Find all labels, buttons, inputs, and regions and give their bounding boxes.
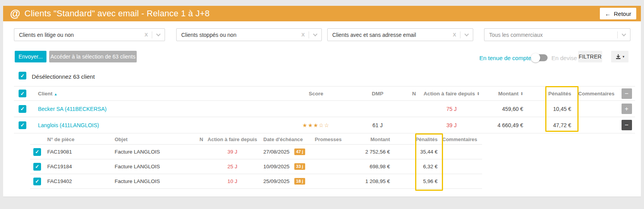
open-selection-button[interactable]: Accéder à la sélection de 63 clients: [49, 51, 137, 62]
montant-column-header[interactable]: Montant ▲▼: [482, 91, 526, 97]
deselect-all-label: Désélectionnez 63 client: [32, 73, 95, 80]
chevron-down-icon[interactable]: [460, 34, 473, 36]
montant-cell: 4 660,49 €: [482, 122, 526, 128]
penalites-cell: 10,45 €: [526, 106, 575, 112]
invoice-row: ✓ FAC19184 Facture LANGLOIS 25 J 10/09/2…: [30, 159, 482, 174]
echeance-cell: 10/09/2025: [263, 164, 290, 169]
objet-cell: Facture LANGLOIS: [112, 164, 196, 169]
client-link[interactable]: Becker SA (411BECKERSA): [38, 106, 106, 112]
select-all-checkbox[interactable]: ✓: [19, 90, 26, 97]
clear-icon[interactable]: X: [297, 32, 309, 38]
filter-commerciaux-select[interactable]: Tous les commerciaux: [484, 28, 630, 41]
client-row-becker: ✓ Becker SA (411BECKERSA) 75 J 459,60 € …: [14, 101, 635, 117]
objet-cell: Facture LANGLOIS: [112, 149, 196, 155]
email-at-icon: @: [10, 9, 20, 19]
filter-litige-select[interactable]: Clients en litige ou non X: [14, 28, 165, 41]
n-column-header: N: [407, 91, 421, 97]
collapse-row-button[interactable]: −: [622, 120, 632, 130]
invoice-row: ✓ FAC19402 Facture LANGLOIS 10 J 25/09/2…: [30, 174, 482, 189]
chevron-down-icon[interactable]: [618, 34, 630, 36]
score-column-header: Score: [283, 91, 349, 97]
sort-asc-icon: ▲: [54, 92, 57, 96]
days-late-badge: 47 j: [294, 149, 305, 155]
montant-cell: 698,98 €: [347, 164, 393, 169]
filter-litige-value: Clients en litige ou non: [14, 32, 141, 38]
echeance-cell: 25/09/2025: [263, 178, 290, 184]
deselect-all-checkbox[interactable]: ✓: [19, 72, 26, 79]
penalites-column-header: Pénalités: [526, 91, 575, 97]
days-late-badge: 18 j: [294, 178, 305, 185]
action-cell: 10 J: [207, 178, 258, 184]
row-checkbox[interactable]: ✓: [33, 148, 41, 156]
back-label: Retour: [614, 10, 631, 17]
action-cell: 75 J: [421, 106, 482, 112]
clear-icon[interactable]: X: [141, 32, 152, 38]
check-icon: ✓: [35, 149, 39, 155]
objet-column-header: Objet: [112, 136, 196, 142]
chevron-down-icon[interactable]: [152, 34, 165, 36]
check-icon: ✓: [21, 106, 25, 112]
topbar: @ Clients "Standard" avec email - Relanc…: [3, 6, 641, 21]
page-title: Clients "Standard" avec email - Relance …: [24, 9, 210, 19]
dmp-column-header: DMP: [349, 91, 407, 97]
currency-mode-label: En devise: [551, 55, 577, 61]
days-late-badge: 33 j: [294, 163, 305, 170]
check-icon: ✓: [35, 178, 39, 184]
check-icon: ✓: [21, 122, 25, 128]
piece-column-header: N° de pièce: [46, 136, 112, 142]
back-button[interactable]: ← Retour: [600, 8, 636, 19]
clear-icon[interactable]: X: [449, 32, 460, 38]
action-cell: 39 J: [207, 149, 258, 155]
action-column-header: Action à faire depuis: [207, 136, 258, 142]
filter-commerciaux-value: Tous les commerciaux: [484, 32, 617, 38]
check-icon: ✓: [21, 73, 25, 79]
account-mode-label: En tenue de compte: [479, 55, 531, 61]
filter-stoppes-select[interactable]: Clients stoppés ou non X: [176, 28, 322, 41]
penalites-cell: 6,32 €: [393, 164, 442, 169]
score-stars: ★★★☆☆: [283, 122, 349, 128]
client-table-header: ✓ Client ▲ Score DMP N Action à faire de…: [14, 86, 635, 101]
filter-button[interactable]: FILTRER: [578, 51, 602, 62]
caret-down-icon: ▾: [623, 55, 625, 59]
invoice-table-header: N° de pièce Objet N Action à faire depui…: [30, 134, 482, 145]
piece-cell: FAC19081: [46, 149, 112, 155]
echeance-column-header: Date d'échéance: [258, 136, 310, 142]
client-column-header[interactable]: Client ▲: [34, 91, 283, 97]
send-button[interactable]: Envoyer...: [15, 51, 46, 62]
penalites-cell: 47,72 €: [526, 122, 575, 128]
piece-cell: FAC19184: [46, 164, 112, 169]
montant-column-header: Montant: [347, 136, 393, 142]
client-link[interactable]: Langlois (411LANGLOIS): [38, 122, 99, 128]
page: @ Clients "Standard" avec email - Relanc…: [0, 0, 644, 209]
montant-header-label: Montant: [498, 91, 519, 97]
penalites-cell: 5,96 €: [393, 178, 442, 184]
action-cell: 39 J: [421, 122, 482, 128]
filter-email-select[interactable]: Clients avec et sans adresse email X: [327, 28, 473, 41]
row-checkbox[interactable]: ✓: [19, 121, 26, 129]
penalites-column-header: Pénalités: [393, 136, 442, 142]
action-column-header[interactable]: Action à faire depuis ▲▼: [421, 91, 482, 97]
toggle-knob[interactable]: [531, 53, 540, 62]
n-column-header: N: [196, 136, 207, 142]
chevron-down-icon[interactable]: [309, 34, 321, 36]
mode-toggle[interactable]: [532, 54, 548, 61]
collapse-all-button[interactable]: −: [622, 88, 632, 99]
check-icon: ✓: [35, 164, 39, 169]
client-header-label: Client: [38, 91, 53, 97]
expand-row-button[interactable]: +: [622, 104, 632, 114]
commentaires-column-header: Commentaires: [442, 136, 482, 142]
montant-cell: 1 208,95 €: [347, 178, 393, 184]
promesses-column-header: Promesses: [310, 136, 347, 142]
client-table: ✓ Client ▲ Score DMP N Action à faire de…: [14, 86, 635, 133]
row-checkbox[interactable]: ✓: [33, 163, 41, 171]
montant-cell: 459,60 €: [482, 106, 526, 112]
penalites-cell: 35,44 €: [393, 149, 442, 155]
sort-both-icon: ▲▼: [520, 92, 523, 95]
row-checkbox[interactable]: ✓: [33, 178, 41, 185]
row-checkbox[interactable]: ✓: [19, 105, 26, 113]
export-button[interactable]: ▾: [611, 51, 629, 62]
montant-cell: 2 752,56 €: [347, 149, 393, 155]
commentaires-column-header: Commentaires: [575, 91, 618, 97]
filter-stoppes-value: Clients stoppés ou non: [177, 32, 297, 38]
echeance-cell: 27/08/2025: [263, 149, 290, 155]
